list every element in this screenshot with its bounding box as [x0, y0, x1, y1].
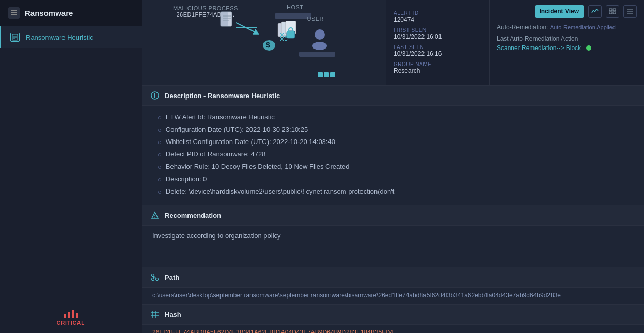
content-area: i Description - Ransomware Heuristic ○ E… — [142, 85, 644, 333]
svg-point-36 — [154, 217, 155, 218]
svg-text:$: $ — [266, 41, 270, 49]
desc-item-6: ○ Delete: \device\harddiskvolume2\users\… — [158, 185, 634, 198]
path-icon — [150, 273, 160, 282]
ransom-bag-icon: $ — [261, 35, 277, 52]
hash-header: Hash — [142, 304, 644, 325]
hash-section: Hash 26ED1FFE74ABD8A5F62D4F3B341A62EBB1A… — [142, 304, 644, 333]
recommendation-text: Investigate according to organization po… — [152, 232, 281, 240]
info-icon: i — [150, 91, 160, 100]
username-blur — [299, 52, 335, 57]
auto-remediation-row: Auto-Remediation: Auto-Remediation Appli… — [497, 24, 637, 31]
group-name-value: Research — [394, 67, 482, 74]
desc-item-4: ○ Behavior Rule: 10 Decoy Files Deleted,… — [158, 161, 634, 173]
path-title: Path — [165, 274, 179, 281]
host-label: HOST — [287, 4, 304, 10]
bullet-icon: ○ — [158, 163, 162, 171]
grid-view-button[interactable] — [606, 5, 619, 18]
desc-text-3: Detect PID of Ransomware: 4728 — [166, 150, 266, 158]
critical-bars-icon — [64, 310, 78, 318]
recommendation-header: Recommendation — [142, 205, 644, 226]
description-title: Description - Ransomware Heuristic — [165, 92, 280, 100]
desc-item-3: ○ Detect PID of Ransomware: 4728 — [158, 148, 634, 161]
scanner-action-value: Scanner Remediation--> Block — [497, 44, 581, 52]
svg-rect-2 — [11, 14, 17, 15]
svg-point-23 — [315, 29, 325, 40]
desc-text-1: Configuration Date (UTC): 2022-10-30 23:… — [166, 125, 308, 133]
list-view-button[interactable] — [623, 5, 637, 18]
hash-value: 26ED1FFE74ABD8A5F62D4F3B341A62EBB1A04D43… — [152, 329, 394, 333]
svg-rect-1 — [11, 12, 17, 13]
sidebar-header: Ransomware — [0, 0, 142, 26]
critical-section: CRITICAL — [0, 303, 142, 333]
sidebar: Ransomware Ransomware Heuristic — [0, 0, 142, 333]
user-label: USER — [307, 15, 324, 22]
svg-text:i: i — [154, 92, 155, 99]
desc-item-5: ○ Description: 0 — [158, 173, 634, 185]
top-panel: MALICIOUS PROCESS 26ed1ffe74abd8... — [142, 0, 644, 85]
bullet-icon: ○ — [158, 138, 162, 146]
desc-text-2: Whitelist Configuration Date (UTC): 2022… — [166, 138, 335, 146]
host-server-icon: ⛓ — [275, 11, 311, 52]
graph-area: MALICIOUS PROCESS 26ed1ffe74abd8... — [142, 0, 386, 85]
svg-rect-19 — [287, 31, 295, 38]
success-dot-icon — [586, 45, 591, 51]
description-header: i Description - Ransomware Heuristic — [142, 85, 644, 106]
bullet-icon: ○ — [158, 151, 162, 158]
hash-title: Hash — [165, 311, 181, 319]
path-value: c:\users\user\desktop\september ransomwa… — [142, 288, 644, 304]
first-seen-label: FIRST SEEN — [394, 27, 482, 33]
bullet-icon: ○ — [158, 176, 162, 183]
sidebar-item-ransomware-heuristic[interactable]: Ransomware Heuristic — [0, 26, 142, 48]
path-header: Path — [142, 267, 644, 288]
svg-rect-28 — [613, 12, 616, 14]
document-icon — [10, 33, 20, 42]
svg-rect-0 — [11, 10, 17, 11]
hash-value-container: 26ED1FFE74ABD8A5F62D4F3B341A62EBB1A04D43… — [142, 325, 644, 333]
right-panel-header: Incident View — [497, 5, 637, 18]
alert-info-panel: ALERT ID 120474 FIRST SEEN 10/31/2022 16… — [386, 0, 489, 85]
right-panel: Incident View — [489, 0, 644, 85]
svg-rect-8 — [221, 12, 228, 26]
path-section: Path c:\users\user\desktop\september ran… — [142, 267, 644, 304]
activity-view-button[interactable] — [588, 5, 602, 18]
recommendation-icon — [150, 211, 160, 220]
sidebar-item-label: Ransomware Heuristic — [26, 34, 93, 41]
last-seen-value: 10/31/2022 16:16 — [394, 50, 482, 57]
alert-id-value: 120474 — [394, 16, 482, 23]
desc-text-6: Delete: \device\harddiskvolume2\users\pu… — [166, 187, 395, 195]
critical-label: CRITICAL — [57, 320, 85, 326]
sidebar-title: Ransomware — [25, 9, 73, 18]
svg-rect-26 — [613, 9, 616, 11]
description-section: i Description - Ransomware Heuristic ○ E… — [142, 85, 644, 205]
last-seen-label: LAST SEEN — [394, 44, 482, 50]
desc-item-2: ○ Whitelist Configuration Date (UTC): 20… — [158, 136, 634, 148]
malicious-doc-icon — [219, 11, 234, 29]
desc-item-1: ○ Configuration Date (UTC): 2022-10-30 2… — [158, 123, 634, 136]
hash-icon — [150, 310, 160, 319]
auto-remediation-label: Auto-Remediation: — [497, 24, 548, 31]
bullet-icon: ○ — [158, 188, 162, 196]
description-content: ○ ETW Alert Id: Ransomware Heuristic ○ C… — [142, 106, 644, 205]
svg-point-24 — [312, 42, 327, 50]
alert-id-label: ALERT ID — [394, 10, 482, 16]
auto-remediation-value: Auto-Remediation Applied — [550, 24, 616, 30]
desc-item-0: ○ ETW Alert Id: Ransomware Heuristic — [158, 111, 634, 123]
bullet-icon: ○ — [158, 114, 162, 121]
svg-rect-25 — [609, 9, 612, 11]
sidebar-logo-icon — [8, 7, 20, 19]
recommendation-title: Recommendation — [165, 212, 221, 219]
main-content: MALICIOUS PROCESS 26ed1ffe74abd8... — [142, 0, 644, 333]
bullet-icon: ○ — [158, 126, 162, 134]
connection-indicators — [318, 72, 335, 77]
desc-text-4: Behavior Rule: 10 Decoy Files Deleted, 1… — [166, 163, 350, 170]
recommendation-section: Recommendation Investigate according to … — [142, 205, 644, 267]
last-action-label: Last Auto-Remediation Action — [497, 35, 637, 42]
last-action-row: Last Auto-Remediation Action Scanner Rem… — [497, 35, 637, 52]
desc-text-5: Description: 0 — [166, 175, 207, 183]
first-seen-value: 10/31/2022 16:01 — [394, 33, 482, 40]
group-name-label: GROUP NAME — [394, 61, 482, 67]
incident-view-button[interactable]: Incident View — [535, 5, 584, 18]
desc-text-0: ETW Alert Id: Ransomware Heuristic — [166, 113, 275, 121]
recommendation-content: Investigate according to organization po… — [142, 226, 644, 267]
svg-rect-27 — [609, 12, 612, 14]
